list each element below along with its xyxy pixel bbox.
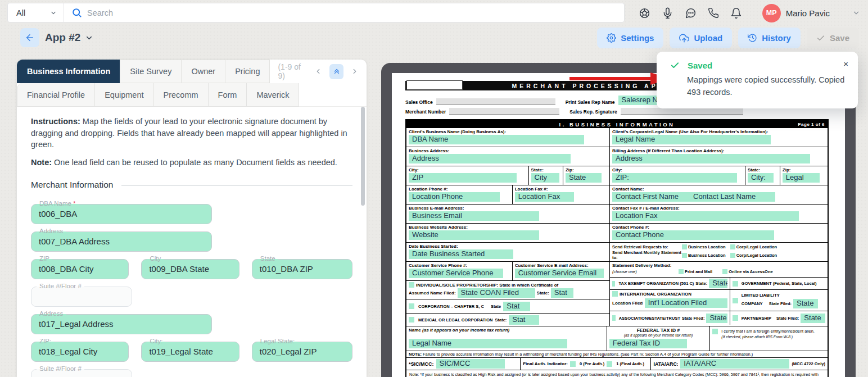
doc-field-zip[interactable]: State — [566, 173, 602, 183]
doc-field-location-fax[interactable]: Location Fax — [515, 192, 574, 202]
doc-label: Date Business Started: — [409, 244, 607, 249]
doc-field-iata-arc[interactable]: IATA/ARC — [680, 359, 789, 369]
doc-field-intl-location[interactable]: Int'l Location Filed — [645, 298, 727, 308]
chat-icon[interactable] — [685, 7, 697, 19]
doc-field-contact-phone[interactable]: Contact Phone — [612, 230, 774, 240]
doc-label: Business Location — [688, 244, 726, 249]
doc-field-sole-state[interactable]: Stat — [551, 288, 573, 298]
panel-scrollbar[interactable] — [361, 107, 365, 206]
field-dba-zip[interactable]: State t010_DBA ZIP — [252, 259, 352, 279]
save-button[interactable]: Save — [807, 28, 859, 48]
doc-field-tax-name[interactable]: Legal Name — [409, 339, 567, 348]
tab-maverick[interactable]: Maverick — [246, 83, 299, 107]
doc-blank-field[interactable] — [621, 108, 743, 115]
mapped-checkbox[interactable] — [730, 253, 735, 258]
mapped-checkbox[interactable] — [612, 315, 616, 321]
doc-blank-field[interactable] — [436, 98, 555, 105]
doc-field-assumed-name[interactable]: State COAN Filed — [458, 288, 535, 298]
user-menu-chevron-icon[interactable] — [852, 9, 860, 17]
doc-field-contact-name[interactable]: Contact First NameContact Last Name — [612, 192, 775, 202]
chevron-left-icon[interactable] — [314, 67, 322, 75]
mapped-checkbox[interactable] — [570, 361, 576, 367]
field-dba-address[interactable]: Address t007_DBA Address — [31, 231, 212, 252]
doc-field-federal-tax-id[interactable]: Federal Tax ID — [609, 339, 687, 348]
mapped-checkbox[interactable] — [409, 317, 414, 323]
microphone-icon[interactable] — [662, 7, 673, 19]
doc-field-state[interactable]: City — [531, 173, 559, 183]
doc-field-legal-state[interactable]: City: — [748, 173, 774, 183]
doc-field-location-phone[interactable]: Location Phone — [409, 192, 500, 202]
doc-field-date-started[interactable]: Date Business Started — [409, 249, 513, 259]
doc-field-legal-name[interactable]: Legal Name — [612, 135, 771, 144]
doc-field-contact-fax[interactable]: Location Fax — [612, 211, 799, 221]
search-input[interactable] — [87, 8, 624, 17]
doc-field-legal-zip[interactable]: Legal — [783, 173, 820, 183]
mapped-checkbox[interactable] — [682, 244, 687, 249]
doc-field-medical-state[interactable]: Stat — [509, 315, 539, 325]
toast-close-icon[interactable]: × — [843, 59, 848, 69]
mapped-checkbox[interactable] — [682, 253, 687, 258]
double-chevron-up-icon[interactable] — [329, 64, 343, 79]
tab-precomm[interactable]: Precomm — [153, 83, 209, 107]
doc-blank-field[interactable] — [449, 108, 559, 115]
field-dba-city[interactable]: ZIP t008_DBA City — [31, 259, 129, 279]
settings-button[interactable]: Settings — [597, 28, 663, 48]
back-button[interactable] — [20, 28, 39, 47]
mapped-checkbox[interactable] — [712, 329, 718, 334]
doc-label: Business Location — [688, 253, 726, 258]
field-legal-zip[interactable]: Legal State: t020_Legal ZIP — [252, 342, 352, 362]
tab-equipment[interactable]: Equipment — [94, 83, 153, 107]
mapped-checkbox[interactable] — [679, 269, 684, 274]
history-button[interactable]: History — [738, 28, 801, 48]
tab-site-survey[interactable]: Site Survey — [120, 60, 182, 83]
doc-field-assoc-state[interactable]: State — [706, 314, 727, 323]
tabs-filler — [299, 83, 367, 107]
mapped-checkbox[interactable] — [409, 282, 414, 288]
doc-field-cs-email[interactable]: Customer Service Email — [515, 269, 604, 278]
ball-icon[interactable] — [639, 7, 650, 19]
mapped-checkbox[interactable] — [733, 298, 738, 303]
doc-field-billing-address[interactable]: Address — [612, 154, 810, 163]
doc-field-tax-exempt-state[interactable]: State — [709, 279, 727, 288]
tab-pricing[interactable]: Pricing — [225, 60, 270, 83]
app-title-dropdown[interactable]: App #2 — [45, 31, 93, 44]
doc-field-website[interactable]: Website — [409, 230, 539, 240]
doc-field-sic-mcc[interactable]: SIC/MCC — [436, 359, 505, 369]
tab-financial-profile[interactable]: Financial Profile — [17, 83, 95, 107]
mapped-checkbox[interactable] — [722, 269, 727, 274]
mapped-checkbox[interactable] — [612, 291, 618, 297]
doc-field-corp-state[interactable]: Stat — [503, 302, 530, 311]
doc-field-legal-city[interactable]: ZIP: — [612, 173, 737, 183]
field-suite-floor-2[interactable]: Suite #/Floor # — [31, 369, 132, 377]
field-dba-name[interactable]: DBA Name * t006_DBA — [31, 204, 212, 224]
chevron-right-icon[interactable] — [351, 67, 359, 75]
doc-field-business-address[interactable]: Address — [409, 154, 571, 163]
doc-field-dba-name[interactable]: DBA Name — [409, 135, 584, 144]
mapped-checkbox[interactable] — [607, 361, 612, 367]
user-avatar[interactable]: MP — [762, 4, 781, 22]
tab-owner[interactable]: Owner — [181, 60, 225, 83]
field-legal-address[interactable]: Address t017_Legal Address — [31, 314, 212, 334]
instructions-title: Instructions: — [31, 117, 80, 126]
mapped-checkbox[interactable] — [730, 244, 735, 249]
mapped-checkbox[interactable] — [733, 281, 738, 287]
mapped-checkbox[interactable] — [409, 303, 414, 309]
doc-field-business-email[interactable]: Business Email — [409, 211, 539, 221]
tab-form[interactable]: Form — [208, 83, 247, 107]
doc-field-cs-phone[interactable]: Customer Service Phone — [409, 269, 503, 278]
field-legal-state[interactable]: City: t019_Legal State — [141, 342, 239, 362]
bell-icon[interactable] — [730, 7, 742, 19]
phone-icon[interactable] — [708, 7, 719, 19]
field-dba-state[interactable]: City t009_DBA State — [141, 259, 239, 279]
upload-button[interactable]: Upload — [670, 28, 732, 48]
search-scope-selector[interactable]: All — [8, 3, 64, 22]
toast-message: Mappings were copied successfully. Copie… — [687, 74, 848, 99]
field-legal-city[interactable]: ZIP: t018_Legal City — [31, 342, 129, 362]
doc-field-city[interactable]: ZIP — [409, 173, 517, 183]
doc-field-partnership-state[interactable]: State — [801, 314, 825, 323]
mapped-checkbox[interactable] — [733, 315, 738, 321]
doc-field-llc-state[interactable]: State — [793, 299, 818, 308]
tab-business-information[interactable]: Business Information — [17, 60, 120, 83]
mapped-checkbox[interactable] — [612, 281, 615, 287]
field-suite-floor-1[interactable]: Suite #/Floor # — [31, 287, 132, 307]
